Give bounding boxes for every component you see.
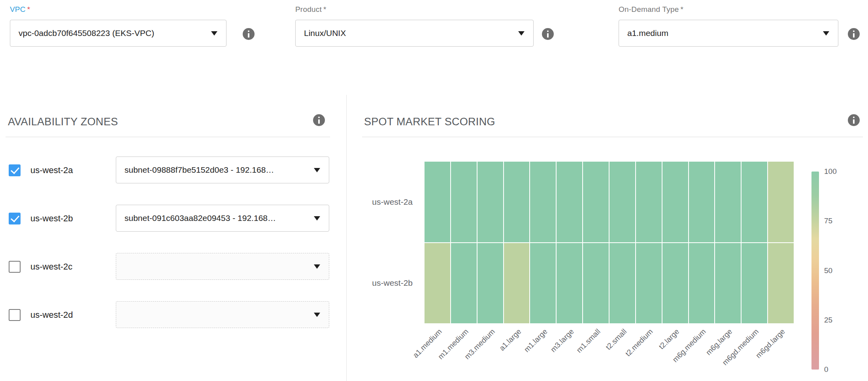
zone-checkbox-us-west-2c[interactable]	[9, 261, 21, 273]
availability-zones-title: AVAILABILITY ZONES	[8, 116, 118, 128]
heatmap-cell-us-west-2a-m1.large[interactable]	[530, 162, 556, 242]
heatmap-cell-us-west-2b-m6gd.large[interactable]	[768, 243, 794, 324]
product-select[interactable]: Linux/UNIX	[295, 20, 534, 47]
vpc-select-value: vpc-0adcb70f645508223 (EKS-VPC)	[19, 28, 154, 38]
product-field: Product* Linux/UNIX	[295, 5, 534, 47]
spot-market-scoring-title: SPOT MARKET SCORING	[364, 116, 495, 128]
zone-label: us-west-2a	[30, 157, 73, 184]
divider	[6, 137, 330, 137]
colorbar-tick: 75	[824, 217, 832, 225]
zone-row-us-west-2c: us-west-2c	[0, 253, 332, 281]
heatmap-x-label: a1.large	[498, 327, 523, 353]
required-asterisk: *	[323, 5, 326, 13]
colorbar-ticks: 1007550250	[824, 172, 852, 370]
heatmap-x-labels: a1.mediumm1.mediumm3.mediuma1.largem1.la…	[425, 327, 794, 381]
subnet-select-value: subnet-091c603aa82e09453 - 192.168…	[125, 213, 276, 223]
heatmap-x-label: m3.large	[549, 327, 576, 354]
chevron-down-icon	[518, 31, 525, 36]
heatmap-cell-us-west-2b-m1.small[interactable]	[583, 243, 609, 324]
heatmap-cell-us-west-2a-m1.small[interactable]	[583, 162, 609, 242]
colorbar-tick: 0	[824, 365, 828, 374]
chevron-down-icon	[314, 168, 320, 172]
heatmap-cell-us-west-2a-a1.medium[interactable]	[425, 162, 450, 242]
heatmap-cell-us-west-2a-m3.medium[interactable]	[477, 162, 503, 242]
info-icon[interactable]	[313, 114, 325, 126]
vpc-select[interactable]: vpc-0adcb70f645508223 (EKS-VPC)	[10, 20, 226, 47]
heatmap-cell-us-west-2b-t2.medium[interactable]	[636, 243, 662, 324]
heatmap-cell-us-west-2a-t2.small[interactable]	[609, 162, 635, 242]
zone-checkbox-us-west-2d[interactable]	[9, 309, 21, 321]
on-demand-type-field: On-Demand Type* a1.medium	[619, 5, 838, 47]
heatmap-x-label: t2.small	[604, 327, 628, 352]
zone-row-us-west-2a: us-west-2asubnet-09888f7be5152d0e3 - 192…	[0, 157, 332, 184]
colorbar-tick: 50	[824, 266, 832, 275]
heatmap-x-label: m1.large	[523, 327, 549, 354]
vpc-field: VPC* vpc-0adcb70f645508223 (EKS-VPC)	[10, 5, 226, 47]
subnet-select-us-west-2b[interactable]: subnet-091c603aa82e09453 - 192.168…	[116, 205, 329, 232]
zone-label: us-west-2b	[30, 205, 73, 232]
heatmap-cell-us-west-2b-m1.medium[interactable]	[451, 243, 477, 324]
product-select-value: Linux/UNIX	[304, 28, 346, 38]
heatmap-cell-us-west-2a-m6g.medium[interactable]	[689, 162, 715, 242]
heatmap-cell-us-west-2b-m6g.medium[interactable]	[689, 243, 715, 324]
zone-checkbox-us-west-2b[interactable]	[9, 213, 21, 224]
subnet-select-value: subnet-09888f7be5152d0e3 - 192.168…	[125, 165, 274, 175]
heatmap-cell-us-west-2a-t2.large[interactable]	[662, 162, 688, 242]
heatmap-cell-us-west-2b-m6g.large[interactable]	[715, 243, 741, 324]
heatmap-y-label: us-west-2a	[326, 162, 413, 243]
heatmap-cell-us-west-2a-a1.large[interactable]	[504, 162, 530, 242]
colorbar-tick: 100	[824, 167, 837, 176]
zone-label: us-west-2d	[30, 301, 73, 329]
info-icon[interactable]	[848, 28, 860, 40]
zone-label: us-west-2c	[30, 253, 72, 281]
vpc-label: VPC*	[10, 5, 226, 14]
product-label: Product*	[295, 5, 534, 14]
heatmap-cell-us-west-2a-m6g.large[interactable]	[715, 162, 741, 242]
heatmap-cell-us-west-2a-m3.large[interactable]	[557, 162, 582, 242]
heatmap-cell-us-west-2a-m6gd.medium[interactable]	[742, 162, 767, 242]
product-label-text: Product	[295, 5, 322, 13]
zone-row-us-west-2b: us-west-2bsubnet-091c603aa82e09453 - 192…	[0, 205, 332, 232]
heatmap-x-label: t2.medium	[624, 327, 655, 358]
chevron-down-icon	[211, 31, 217, 36]
colorbar-tick: 25	[824, 316, 832, 324]
spot-instance-config-page: VPC* vpc-0adcb70f645508223 (EKS-VPC) Pro…	[0, 0, 868, 381]
on-demand-type-label: On-Demand Type*	[619, 5, 838, 14]
heatmap-grid	[425, 162, 794, 323]
divider	[362, 137, 863, 137]
heatmap-cell-us-west-2b-t2.large[interactable]	[662, 243, 688, 324]
zone-row-us-west-2d: us-west-2d	[0, 301, 332, 329]
heatmap-cell-us-west-2b-t2.small[interactable]	[609, 243, 635, 324]
on-demand-type-label-text: On-Demand Type	[619, 5, 679, 13]
vpc-label-text: VPC	[10, 5, 26, 13]
chevron-down-icon	[314, 264, 320, 269]
subnet-select-us-west-2d[interactable]	[116, 301, 329, 328]
zone-rows: us-west-2asubnet-09888f7be5152d0e3 - 192…	[0, 157, 332, 378]
heatmap-cell-us-west-2b-a1.large[interactable]	[504, 243, 530, 324]
heatmap-cell-us-west-2b-m3.medium[interactable]	[477, 243, 503, 324]
info-icon[interactable]	[243, 28, 255, 40]
info-icon[interactable]	[542, 28, 554, 40]
on-demand-type-select[interactable]: a1.medium	[619, 20, 838, 47]
subnet-select-us-west-2c[interactable]	[116, 253, 329, 280]
heatmap-cell-us-west-2b-m6gd.medium[interactable]	[742, 243, 767, 324]
heatmap-x-label: m1.small	[575, 327, 602, 355]
chevron-down-icon	[314, 313, 320, 317]
heatmap-y-labels: us-west-2aus-west-2b	[326, 162, 413, 323]
heatmap-y-label: us-west-2b	[326, 243, 413, 324]
heatmap-cell-us-west-2a-m1.medium[interactable]	[451, 162, 477, 242]
zone-checkbox-us-west-2a[interactable]	[9, 164, 21, 176]
heatmap-cell-us-west-2b-a1.medium[interactable]	[425, 243, 450, 324]
on-demand-type-select-value: a1.medium	[627, 28, 668, 38]
heatmap-cell-us-west-2a-t2.medium[interactable]	[636, 162, 662, 242]
chevron-down-icon	[823, 31, 829, 36]
info-icon[interactable]	[848, 114, 860, 126]
required-asterisk: *	[27, 5, 30, 13]
heatmap-cell-us-west-2a-m6gd.large[interactable]	[768, 162, 794, 242]
heatmap-cell-us-west-2b-m3.large[interactable]	[557, 243, 582, 324]
heatmap-cell-us-west-2b-m1.large[interactable]	[530, 243, 556, 324]
chevron-down-icon	[314, 216, 320, 221]
heatmap-x-label: t2.large	[657, 327, 681, 351]
required-asterisk: *	[680, 5, 683, 13]
subnet-select-us-west-2a[interactable]: subnet-09888f7be5152d0e3 - 192.168…	[116, 157, 329, 183]
